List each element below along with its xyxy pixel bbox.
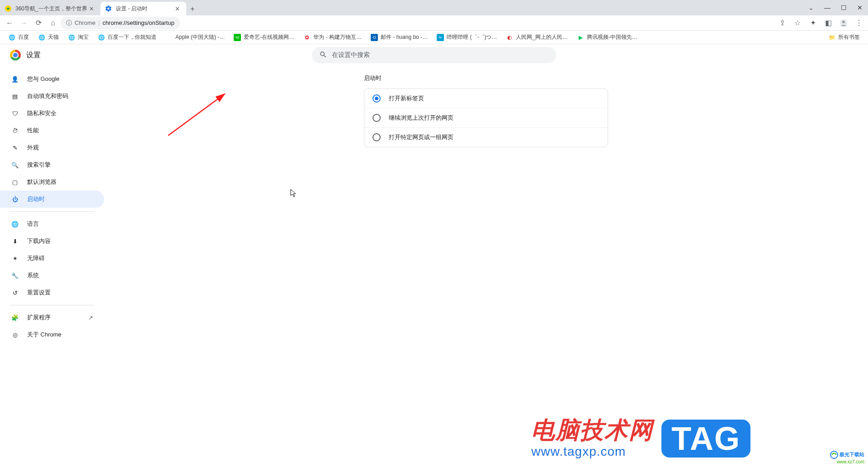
sidebar-item-autofill[interactable]: ▤自动填充和密码 [0,88,104,105]
outlook-icon: O [371,34,378,41]
address-bar[interactable]: ⓘ Chrome | chrome://settings/onStartup [61,17,180,29]
sidebar-item-languages[interactable]: 🌐语言 [0,215,104,233]
reload-button[interactable]: ⟳ [32,16,45,30]
bilibili-icon: tv [437,34,444,41]
kebab-menu-icon[interactable]: ⋮ [853,17,865,29]
iqiyi-icon: iqi [234,34,241,41]
startup-options-card: 打开新标签页 继续浏览上次打开的网页 打开特定网页或一组网页 [364,89,608,147]
back-button[interactable]: ← [3,16,16,30]
bookmark-item[interactable]: ▶腾讯视频-中国领先… [573,32,641,43]
watermark: 电脑技术网 www.tagxp.com TAG [531,418,750,459]
all-bookmarks-button[interactable]: 📁所有书签 [825,32,863,43]
sidebar-item-downloads[interactable]: ⬇下载内容 [0,233,104,250]
globe-icon: 🌐 [11,221,19,228]
sidebar-item-privacy[interactable]: 🛡隐私和安全 [0,105,104,122]
speedometer-icon: ⏱ [11,127,19,134]
tab-favicon-360 [5,5,12,12]
tab-title: 360导航_一个主页，整个世界 [15,5,87,13]
option-label: 继续浏览上次打开的网页 [389,114,453,122]
download-icon: ⬇ [11,238,19,245]
radio-unchecked-icon[interactable] [373,133,381,141]
bookmark-item[interactable]: tv哔哩哔哩 (゜-゜)つ… [433,32,500,43]
site-info-icon[interactable]: ⓘ [66,19,72,27]
bookmark-item[interactable]: iqi爱奇艺-在线视频网… [230,32,298,43]
people-icon: ◐ [506,34,513,41]
url-path: chrome://settings/onStartup [103,19,175,26]
bookmark-item[interactable]: 🌐淘宝 [64,32,92,43]
bookmark-item[interactable]: ✿华为 - 构建万物互… [300,32,365,43]
bookmark-item[interactable]: 🌐百度 [5,32,33,43]
settings-search-input[interactable]: 在设置中搜索 [312,47,556,63]
radio-unchecked-icon[interactable] [373,114,381,122]
browser-icon: ▢ [11,179,19,186]
sidepanel-icon[interactable]: ◧ [822,17,835,29]
divider [9,211,95,212]
watermark-tag: TAG [661,420,750,458]
settings-header: 设置 在设置中搜索 [0,44,868,66]
sidebar-item-on-startup[interactable]: ⏻启动时 [0,191,104,208]
folder-icon: 📁 [828,34,835,41]
sidebar-item-reset[interactable]: ↺重置设置 [0,284,104,301]
browser-tab-settings[interactable]: 设置 - 启动时 ✕ [100,2,186,15]
chrome-icon: ◎ [11,332,19,338]
option-label: 打开新标签页 [389,94,424,103]
chrome-logo-icon [10,50,21,61]
new-tab-button[interactable]: + [186,3,199,15]
option-label: 打开特定网页或一组网页 [389,133,453,141]
sidebar-item-system[interactable]: 🔧系统 [0,267,104,284]
option-open-new-tab[interactable]: 打开新标签页 [364,89,608,108]
window-titlebar: 360导航_一个主页，整个世界 ✕ 设置 - 启动时 ✕ + ⌄ — ☐ ✕ [0,0,868,15]
settings-main: 启动时 打开新标签页 继续浏览上次打开的网页 打开特定网页或一组网页 [104,44,868,467]
tencent-video-icon: ▶ [577,34,584,41]
puzzle-icon: 🧩 [11,314,19,321]
page-title: 设置 [26,51,41,60]
sidebar-item-about-chrome[interactable]: ◎关于 Chrome [0,326,104,343]
search-placeholder: 在设置中搜索 [332,51,370,59]
extensions-icon[interactable]: ✦ [807,17,819,29]
bookmark-item[interactable]: O邮件 - huang bo -… [367,32,431,43]
bookmark-star-icon[interactable]: ☆ [791,17,804,29]
settings-sidebar: 👤您与 Google ▤自动填充和密码 🛡隐私和安全 ⏱性能 ✎外观 🔍搜索引擎… [0,44,104,467]
tab-favicon-settings [105,5,112,12]
power-icon: ⏻ [11,196,19,203]
home-button[interactable]: ⌂ [46,16,60,30]
close-icon[interactable]: ✕ [87,5,96,12]
download-badge-url: www.xz7.com [837,459,864,464]
profile-icon[interactable] [837,17,850,29]
chevron-down-icon[interactable]: ⌄ [803,4,819,11]
forward-button[interactable]: → [17,16,31,30]
close-icon[interactable]: ✕ [173,5,182,12]
radio-checked-icon[interactable] [373,94,381,103]
option-open-specific-pages[interactable]: 打开特定网页或一组网页 [364,127,608,147]
maximize-button[interactable]: ☐ [835,4,852,11]
autofill-icon: ▤ [11,93,19,100]
bookmarks-bar: 🌐百度 🌐天猫 🌐淘宝 🌐百度一下，你就知道 Apple (中国大陆) -… i… [0,31,868,44]
open-external-icon: ↗ [88,314,93,321]
globe-icon: 🌐 [38,34,45,41]
person-icon: 👤 [11,76,19,83]
globe-icon: 🌐 [8,34,15,41]
svg-point-4 [830,451,838,458]
download-badge: 极光下载站 www.xz7.com [830,451,864,464]
share-icon[interactable]: ⇪ [776,17,788,29]
search-icon [319,51,327,60]
sidebar-item-you-and-google[interactable]: 👤您与 Google [0,70,104,88]
bookmark-item[interactable]: 🌐天猫 [34,32,62,43]
minimize-button[interactable]: — [819,4,835,11]
sidebar-item-appearance[interactable]: ✎外观 [0,139,104,156]
bookmark-item[interactable]: Apple (中国大陆) -… [162,32,228,43]
apple-icon [165,34,173,41]
sidebar-item-search-engine[interactable]: 🔍搜索引擎 [0,156,104,173]
option-continue-where-left-off[interactable]: 继续浏览上次打开的网页 [364,108,608,127]
sidebar-item-accessibility[interactable]: ✶无障碍 [0,250,104,267]
accessibility-icon: ✶ [11,255,19,262]
shield-icon: 🛡 [11,110,19,117]
close-window-button[interactable]: ✕ [852,4,868,11]
sidebar-item-performance[interactable]: ⏱性能 [0,122,104,139]
sidebar-item-default-browser[interactable]: ▢默认浏览器 [0,173,104,191]
bookmark-item[interactable]: ◐人民网_网上的人民… [502,32,571,43]
sidebar-item-extensions[interactable]: 🧩扩展程序↗ [0,309,104,326]
browser-tab-360[interactable]: 360导航_一个主页，整个世界 ✕ [0,2,100,15]
bookmark-item[interactable]: 🌐百度一下，你就知道 [94,32,160,43]
url-scheme: Chrome [75,19,95,26]
